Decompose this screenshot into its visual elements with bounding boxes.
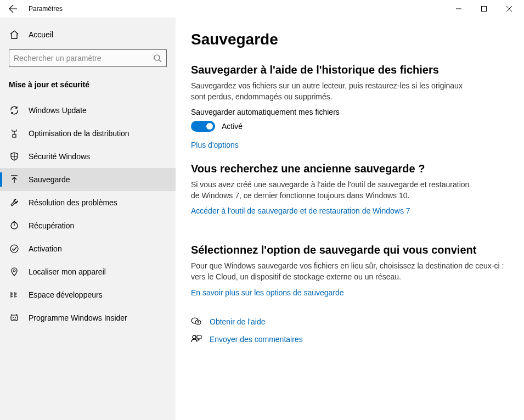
get-help-link[interactable]: Obtenir de l'aide [210, 317, 266, 326]
section-old-backup-heading: Vous recherchez une ancienne sauvegarde … [191, 163, 509, 175]
titlebar: Paramètres [0, 0, 524, 18]
shield-icon [9, 152, 20, 161]
check-circle-icon [9, 244, 20, 254]
svg-point-12 [13, 317, 14, 318]
sidebar-item-label: Récupération [29, 221, 74, 230]
sidebar-home[interactable]: Accueil [0, 24, 176, 45]
recovery-icon [9, 221, 20, 231]
search-box[interactable] [9, 49, 167, 67]
sidebar-item-windows-update[interactable]: Windows Update [0, 99, 176, 122]
window-title: Paramètres [29, 5, 63, 13]
svg-point-10 [13, 270, 15, 272]
page-title: Sauvegarde [191, 31, 509, 48]
section-old-backup-desc: Si vous avez créé une sauvegarde à l'aid… [191, 180, 476, 201]
search-icon [153, 54, 162, 63]
home-icon [9, 30, 20, 40]
insider-icon [9, 313, 20, 323]
wrench-icon [9, 198, 20, 208]
back-button[interactable] [2, 0, 24, 18]
svg-point-2 [154, 55, 160, 60]
svg-text:?: ? [197, 321, 199, 324]
main-panel: Sauvegarde Sauvegarder à l'aide de l'his… [176, 18, 524, 420]
minimize-button[interactable] [446, 0, 471, 18]
sidebar-item-troubleshoot[interactable]: Résolution des problèmes [0, 191, 176, 214]
sidebar-item-activation[interactable]: Activation [0, 237, 176, 260]
svg-point-9 [10, 245, 18, 253]
sidebar-section-title: Mise à jour et sécurité [0, 74, 176, 99]
section-choose-option-desc: Pour que Windows sauvegarde vos fichiers… [191, 261, 509, 282]
get-help-row: ? Obtenir de l'aide [191, 317, 509, 327]
sidebar-item-find-my-device[interactable]: Localiser mon appareil [0, 260, 176, 283]
feedback-icon [191, 334, 202, 344]
help-icon: ? [191, 317, 202, 327]
sidebar-item-label: Optimisation de la distribution [29, 129, 129, 138]
more-options-link[interactable]: Plus d'options [191, 141, 239, 149]
sidebar-item-label: Espace développeurs [29, 290, 103, 299]
sidebar-item-label: Programme Windows Insider [29, 313, 127, 322]
svg-rect-1 [482, 7, 487, 12]
sidebar-item-label: Résolution des problèmes [29, 198, 117, 207]
sync-icon [9, 105, 20, 115]
auto-backup-toggle-label: Sauvegarder automatiquement mes fichiers [191, 108, 509, 116]
auto-backup-toggle[interactable] [191, 121, 215, 132]
sidebar-item-backup[interactable]: Sauvegarde [0, 168, 176, 191]
sidebar-item-label: Sauvegarde [29, 175, 70, 184]
toggle-knob [206, 123, 213, 130]
sidebar-item-recovery[interactable]: Récupération [0, 214, 176, 237]
section-choose-option-heading: Sélectionnez l'option de sauvegarde qui … [191, 244, 509, 256]
section-file-history-desc: Sauvegardez vos fichiers sur un autre le… [191, 81, 476, 102]
svg-line-3 [159, 60, 161, 62]
sidebar-item-label: Windows Update [29, 106, 87, 115]
sidebar-item-for-developers[interactable]: Espace développeurs [0, 283, 176, 306]
developer-icon [9, 290, 20, 300]
svg-rect-4 [13, 135, 16, 137]
auto-backup-toggle-state: Activé [222, 122, 243, 131]
sidebar-item-label: Sécurité Windows [29, 152, 90, 161]
close-icon [506, 6, 512, 12]
window-controls [446, 0, 522, 18]
maximize-button[interactable] [471, 0, 497, 18]
sidebar: Accueil Mise à jour et sécurité Windows … [0, 18, 176, 420]
sidebar-home-label: Accueil [29, 30, 53, 39]
sidebar-item-windows-insider[interactable]: Programme Windows Insider [0, 306, 176, 329]
search-input[interactable] [14, 54, 153, 63]
backup-icon [9, 175, 20, 184]
feedback-row: Envoyer des commentaires [191, 334, 509, 344]
distribution-icon [9, 128, 20, 138]
back-arrow-icon [9, 4, 18, 13]
feedback-link[interactable]: Envoyer des commentaires [210, 335, 303, 344]
svg-point-13 [15, 317, 16, 318]
svg-point-17 [193, 335, 196, 339]
section-file-history-heading: Sauvegarder à l'aide de l'historique des… [191, 64, 509, 76]
sidebar-item-label: Localiser mon appareil [29, 267, 106, 276]
maximize-icon [481, 6, 487, 12]
sidebar-item-delivery-optimization[interactable]: Optimisation de la distribution [0, 122, 176, 145]
learn-more-backup-link[interactable]: En savoir plus sur les options de sauveg… [191, 288, 344, 297]
win7-backup-link[interactable]: Accéder à l'outil de sauvegarde et de re… [191, 206, 410, 215]
minimize-icon [456, 6, 461, 12]
location-icon [9, 267, 20, 277]
svg-rect-18 [197, 335, 201, 339]
close-button[interactable] [497, 0, 522, 18]
sidebar-item-label: Activation [29, 244, 62, 253]
sidebar-item-windows-security[interactable]: Sécurité Windows [0, 145, 176, 168]
